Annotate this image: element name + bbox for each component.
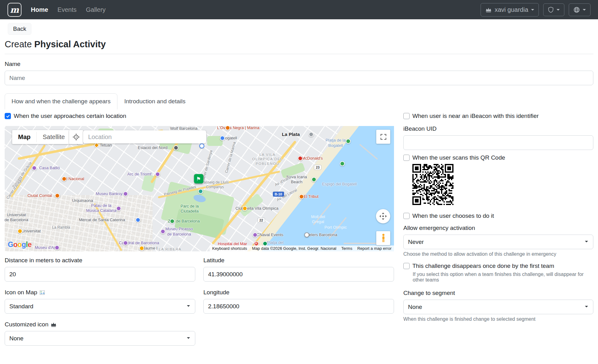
map-poi-marker[interactable]: [55, 193, 60, 198]
emergency-select[interactable]: Never: [403, 235, 593, 249]
my-location-button[interactable]: [69, 130, 83, 144]
map-label: Urquinaona: [72, 198, 93, 203]
tab[interactable]: Introduction and details: [117, 93, 192, 110]
user-menu-button[interactable]: xavi guardia: [481, 3, 539, 16]
map-poi-marker[interactable]: [253, 232, 258, 237]
ibeacon-uid-label: iBeacon UID: [403, 125, 593, 132]
map-poi-marker[interactable]: [116, 206, 121, 211]
map-poi-marker[interactable]: [139, 246, 144, 251]
shield-icon: [548, 7, 554, 13]
approach-location-label: When the user approaches certain locatio…: [14, 113, 126, 119]
name-label: Name: [5, 61, 593, 68]
map-label: El Nacional: [64, 176, 84, 181]
map-label: Parc de la Ciutadella: [180, 204, 199, 214]
map-poi-marker[interactable]: [298, 156, 303, 161]
google-logo[interactable]: Google: [8, 240, 31, 249]
longitude-input[interactable]: [203, 299, 394, 314]
ibeacon-checkbox[interactable]: [403, 113, 410, 119]
map-poi-marker[interactable]: [220, 136, 225, 141]
map-label: Platja de la Bogatell: [325, 138, 345, 148]
disappear-checkbox-label: This challenge disappears once done by t…: [412, 263, 554, 269]
map-label: Casa Batlló: [39, 166, 60, 170]
pan-arrows-icon: [379, 212, 387, 220]
map-poi-marker[interactable]: [304, 232, 309, 237]
map-label: Museu Banksy: [96, 191, 122, 196]
map-poi-marker[interactable]: [309, 132, 314, 137]
google-map[interactable]: Wolf Barcelona L'Ovella Negra | Marina B…: [5, 126, 394, 251]
attribution-link[interactable]: Report a map error: [355, 245, 394, 251]
attribution-link[interactable]: Keyboard shortcuts: [210, 245, 249, 251]
tab[interactable]: How and when the challenge appears: [5, 93, 117, 110]
map-poi-marker[interactable]: [199, 143, 204, 148]
map-poi-marker[interactable]: [299, 194, 304, 199]
map-poi-marker[interactable]: [198, 189, 203, 194]
admin-menu-button[interactable]: [543, 3, 564, 16]
pegman-streetview-button[interactable]: [376, 231, 390, 245]
chooses-checkbox-label: When the user chooses to do it: [412, 212, 494, 219]
map-label: Jaume I: [143, 245, 157, 250]
map-poi-marker[interactable]: [242, 206, 247, 211]
qr-checkbox[interactable]: [403, 155, 410, 161]
map-label: Port Olímpic: [325, 225, 347, 230]
chevron-down-icon: [557, 9, 560, 12]
name-input[interactable]: [5, 71, 593, 85]
title-divider: [5, 54, 593, 54]
map-poi-marker[interactable]: [17, 229, 22, 234]
crosshair-icon: [73, 133, 80, 141]
nav-link[interactable]: Gallery: [86, 6, 106, 13]
map-poi-marker[interactable]: [123, 240, 128, 245]
map-label: La Rambla: [52, 225, 70, 230]
distance-input[interactable]: [5, 267, 195, 282]
chevron-down-icon: [583, 9, 586, 12]
attribution-link[interactable]: Map data ©2026 Google, Inst. Geogr. Naci…: [249, 245, 339, 251]
attribution-link[interactable]: Terms: [339, 245, 355, 251]
map-poi-marker[interactable]: [340, 161, 345, 166]
icon-on-map-select-wrap: Standard: [5, 299, 195, 314]
location-search-input[interactable]: [83, 130, 206, 143]
map-label: Universitat de Barcelona: [5, 212, 28, 223]
nav-link[interactable]: Home: [31, 6, 48, 13]
customized-icon-label: Customized icon: [5, 321, 195, 328]
map-poi-marker[interactable]: [173, 145, 178, 150]
icon-on-map-select[interactable]: Standard: [5, 299, 195, 314]
map-poi-marker[interactable]: [32, 166, 37, 170]
map-poi-marker[interactable]: [62, 176, 67, 181]
map-poi-marker[interactable]: [311, 177, 316, 182]
map-poi-marker[interactable]: [123, 191, 128, 196]
language-menu-button[interactable]: [569, 3, 591, 16]
map-label: Estació del Nord: [138, 145, 167, 150]
emergency-help: Choose the method to allow activation of…: [403, 251, 593, 257]
map-poi-marker[interactable]: [135, 217, 140, 222]
ibeacon-uid-input[interactable]: [403, 135, 593, 150]
map-poi-marker[interactable]: [160, 229, 165, 234]
map-label: Arc de Triomf: [127, 172, 151, 177]
map-label: Moll del Gregal: [311, 214, 325, 225]
broken-image-icon: [40, 290, 45, 295]
map-label: Ciutat Comtal: [27, 193, 52, 198]
disappear-help: If you select this option when a team fi…: [413, 272, 593, 283]
map-poi-marker[interactable]: [55, 245, 59, 250]
map-label: L'Ovella Negra | Marina: [217, 126, 259, 131]
map-poi-marker[interactable]: [346, 139, 351, 144]
disappear-checkbox[interactable]: [403, 263, 410, 269]
pan-map-button[interactable]: [376, 209, 390, 223]
challenge-location-flag-marker[interactable]: ⚑: [194, 174, 203, 184]
back-button[interactable]: Back: [8, 23, 31, 35]
chooses-checkbox[interactable]: [403, 213, 410, 219]
emergency-label: Allow emergency activation: [403, 225, 593, 231]
qr-code: [412, 164, 453, 205]
satellite-view-button[interactable]: Satellite: [37, 130, 71, 144]
map-poi-marker[interactable]: [155, 172, 160, 177]
app-logo[interactable]: m: [7, 3, 21, 17]
map-view-button[interactable]: Map: [12, 130, 36, 144]
approach-location-checkbox[interactable]: [5, 113, 11, 119]
latitude-input[interactable]: [203, 267, 394, 282]
map-label: Palau de la Música Catalana: [86, 203, 116, 213]
map-label: Museu Picasso de Barcelona: [165, 226, 193, 237]
customized-icon-select[interactable]: None: [5, 331, 195, 346]
nav-link[interactable]: Events: [58, 6, 77, 13]
map-poi-marker[interactable]: [170, 219, 175, 224]
fullscreen-button[interactable]: [376, 130, 390, 144]
map-type-control: Map Satellite: [12, 130, 71, 144]
segment-select[interactable]: None: [403, 300, 593, 314]
